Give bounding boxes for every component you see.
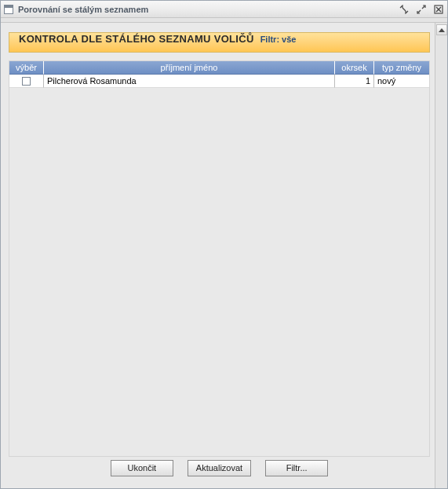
- filtr-button[interactable]: Filtr...: [265, 460, 328, 476]
- col-header-jmeno[interactable]: příjmení jméno: [44, 61, 335, 75]
- ukoncit-button[interactable]: Ukončit: [111, 460, 173, 476]
- window-buttons: [399, 4, 444, 15]
- row-typ: nový: [374, 75, 429, 88]
- col-header-typ[interactable]: typ změny: [374, 61, 429, 75]
- row-checkbox[interactable]: [22, 77, 31, 86]
- table-row[interactable]: Pilcherová Rosamunda 1 nový: [9, 75, 429, 88]
- grid-header-row: výběr příjmení jméno okrsek typ změny: [9, 61, 429, 75]
- row-checkbox-cell[interactable]: [9, 75, 44, 88]
- grid-body: Pilcherová Rosamunda 1 nový: [9, 75, 429, 456]
- window-title: Porovnání se stálým seznamem: [18, 5, 399, 14]
- aktualizovat-button[interactable]: Aktualizovat: [188, 460, 251, 476]
- window-titlebar[interactable]: Porovnání se stálým seznamem: [1, 1, 447, 18]
- row-okrsek: 1: [335, 75, 374, 88]
- minimize-icon[interactable]: [399, 4, 410, 15]
- col-header-okrsek[interactable]: okrsek: [335, 61, 374, 75]
- panel-header: KONTROLA DLE STÁLÉHO SEZNAMU VOLIČŮ Filt…: [9, 32, 430, 53]
- body-area: KONTROLA DLE STÁLÉHO SEZNAMU VOLIČŮ Filt…: [1, 23, 447, 488]
- content-panel: KONTROLA DLE STÁLÉHO SEZNAMU VOLIČŮ Filt…: [1, 23, 435, 488]
- window: Porovnání se stálým seznamem: [0, 0, 448, 489]
- scroll-up-icon[interactable]: [436, 24, 447, 35]
- close-icon[interactable]: [433, 4, 444, 15]
- col-header-vyber[interactable]: výběr: [9, 61, 44, 75]
- vertical-scrollbar[interactable]: [435, 23, 447, 488]
- button-bar: Ukončit Aktualizovat Filtr...: [9, 457, 430, 482]
- svg-line-0: [402, 8, 406, 11]
- panel-title: KONTROLA DLE STÁLÉHO SEZNAMU VOLIČŮ: [19, 33, 254, 45]
- panel-filter-label: Filtr: vše: [260, 35, 297, 44]
- row-jmeno: Pilcherová Rosamunda: [44, 75, 335, 88]
- window-icon: [4, 5, 13, 14]
- data-grid: výběr příjmení jméno okrsek typ změny Pi…: [9, 60, 430, 457]
- maximize-icon[interactable]: [416, 4, 427, 15]
